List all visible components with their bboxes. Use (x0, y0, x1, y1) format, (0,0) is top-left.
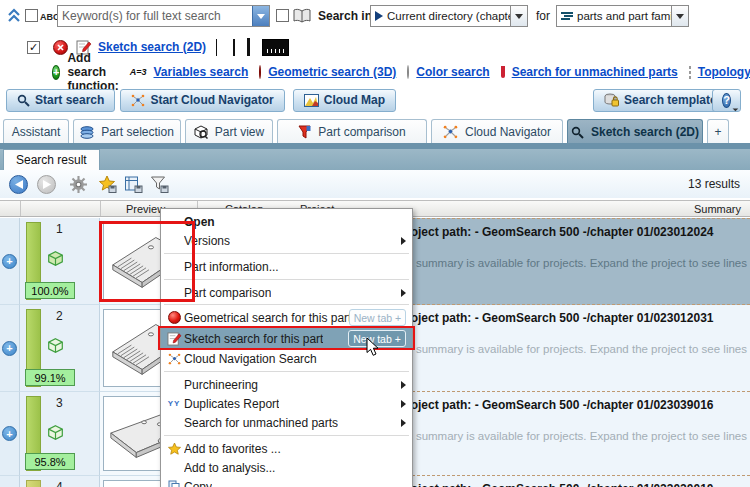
tab-part-selection[interactable]: Part selection (73, 119, 181, 144)
topology-search-icon (689, 66, 691, 79)
tab-part-comparison[interactable]: Part comparison (277, 119, 427, 144)
settings-gear-icon[interactable] (70, 176, 87, 193)
menu-item-add-to-favorites[interactable]: Add to favorites ... (161, 439, 412, 458)
menu-item-versions[interactable]: Versions (161, 231, 412, 250)
expand-row-icon[interactable]: + (2, 426, 17, 441)
menu-item-geometrical-search[interactable]: Geometrical search for this part New tab… (161, 307, 412, 328)
add-search-icon[interactable]: + (52, 65, 60, 80)
project-summary: No summary is available for projects. Ex… (398, 257, 747, 269)
menu-item-duplicates-report[interactable]: YY Duplicates Report (161, 394, 412, 413)
row-number: 1 (56, 222, 63, 236)
geometric-search-link[interactable]: Geometric search (3D) (268, 65, 396, 79)
topology-search-link[interactable]: Topology search (698, 65, 750, 79)
menu-separator (161, 432, 412, 439)
forward-button[interactable] (37, 175, 56, 194)
action-button-bar: Start search Start Cloud Navigator Cloud… (0, 88, 750, 112)
part-selection-icon (80, 126, 94, 139)
book-icon[interactable] (293, 8, 311, 24)
duplicates-report-icon: YY (164, 400, 184, 408)
keyword-search-value: Keyword(s) for full text search (58, 9, 252, 23)
menu-item-purchineering[interactable]: Purchineering (161, 375, 412, 394)
fulltext-checkbox[interactable] (25, 9, 38, 22)
part-view-icon (194, 125, 208, 139)
menu-item-part-information[interactable]: Part information... (161, 257, 412, 276)
remove-search-icon[interactable] (53, 40, 68, 55)
tab-part-view[interactable]: Part view (185, 119, 273, 144)
submenu-arrow-icon (401, 289, 406, 297)
match-percentage: 100.0% (25, 282, 75, 299)
add-search-function-bar: + Add search function: A=3 Variables sea… (52, 62, 750, 82)
expand-row-icon[interactable]: + (2, 254, 17, 269)
keyword-dropdown-arrow[interactable] (252, 6, 269, 26)
result-tab-band: Search result (0, 149, 750, 170)
sketch-search-window: ABC Keyword(s) for full text search Sear… (0, 0, 750, 487)
tab-new-plus[interactable]: + (707, 119, 729, 144)
save-report-icon[interactable] (125, 176, 143, 193)
menu-item-search-unmachined-parts[interactable]: Search for unmachined parts (161, 413, 412, 432)
cloud-navigation-icon (164, 353, 184, 365)
result-type-dropdown-arrow[interactable] (671, 6, 688, 26)
geometrical-search-new-tab-button[interactable]: New tab + (349, 309, 406, 326)
directory-play-icon (375, 11, 383, 21)
submenu-arrow-icon (401, 381, 406, 389)
sketch-thumb-line-3 (247, 38, 250, 56)
menu-separator (161, 250, 412, 257)
sketch-thumb-line-1 (216, 39, 217, 56)
add-search-label: Add search function: (67, 51, 118, 93)
start-cloud-navigator-button[interactable]: Start Cloud Navigator (120, 89, 284, 112)
menu-item-part-comparison[interactable]: Part comparison (161, 283, 412, 302)
project-path: Project path: - GeomSearch 500 -/chapter… (398, 311, 714, 325)
unmachined-parts-icon (501, 66, 505, 78)
project-summary: No summary is available for projects. Ex… (398, 430, 747, 442)
part-cube-icon (47, 250, 64, 267)
menu-item-copy[interactable]: Copy (161, 477, 412, 487)
header-summary[interactable]: Summary (694, 203, 741, 215)
magnifier-icon (17, 94, 30, 107)
tab-sketch-search-2d[interactable]: Sketch search (2D) (567, 119, 703, 144)
mouse-cursor (366, 337, 380, 357)
secondary-checkbox[interactable] (276, 9, 289, 22)
cloud-map-button[interactable]: Cloud Map (293, 89, 396, 112)
back-button[interactable] (9, 175, 28, 194)
expand-row-icon[interactable]: + (2, 341, 17, 356)
menu-item-add-to-analysis[interactable]: Add to analysis... (161, 458, 412, 477)
sketch-edit-icon (164, 332, 184, 346)
search-in-dropdown-arrow[interactable] (510, 6, 527, 26)
menu-separator (161, 368, 412, 375)
part-cube-icon (47, 337, 64, 354)
gem-icon (164, 311, 184, 324)
part-cube-icon (47, 424, 64, 441)
submenu-arrow-icon (401, 237, 406, 245)
project-path: Project path: - GeomSearch 500 -/chapter… (398, 398, 714, 412)
save-filter-icon[interactable] (151, 176, 169, 193)
help-button[interactable]: ? (712, 89, 741, 112)
geometric-search-icon (259, 65, 261, 79)
part-comparison-icon (298, 125, 311, 139)
color-search-icon (407, 65, 409, 79)
color-search-link[interactable]: Color search (416, 65, 489, 79)
match-percentage: 99.1% (25, 369, 75, 386)
save-favorite-icon[interactable] (99, 176, 117, 193)
sketch-enabled-checkbox[interactable]: ✓ (27, 41, 40, 54)
keyword-search-input[interactable]: Keyword(s) for full text search (57, 5, 270, 27)
result-toolbar: 13 results (0, 170, 750, 198)
result-type-value: parts and part families (573, 10, 671, 22)
sketch-thumbnail[interactable] (262, 39, 289, 56)
search-result-tab[interactable]: Search result (3, 149, 100, 170)
row-number: 2 (56, 309, 63, 323)
tab-assistant[interactable]: Assistant (3, 119, 69, 144)
variables-search-link[interactable]: Variables search (154, 65, 249, 79)
project-path: Project path: - GeomSearch 500 -/chapter… (398, 482, 714, 487)
menu-item-open[interactable]: Open (161, 212, 412, 231)
menu-separator (161, 276, 412, 283)
row-number: 4 (56, 480, 63, 487)
project-path: Project path: - GeomSearch 500 -/chapter… (398, 225, 714, 239)
search-in-value: Current directory (chapter 01) (383, 10, 510, 22)
start-search-button[interactable]: Start search (6, 89, 115, 112)
result-type-combobox[interactable]: parts and part families (556, 5, 689, 27)
collapse-chevrons-icon[interactable] (7, 8, 21, 24)
project-summary: No summary is available for projects. Ex… (398, 343, 747, 355)
tab-cloud-navigator[interactable]: Cloud Navigator (431, 119, 563, 144)
search-in-combobox[interactable]: Current directory (chapter 01) (370, 5, 528, 27)
unmachined-parts-link[interactable]: Search for unmachined parts (512, 65, 678, 79)
